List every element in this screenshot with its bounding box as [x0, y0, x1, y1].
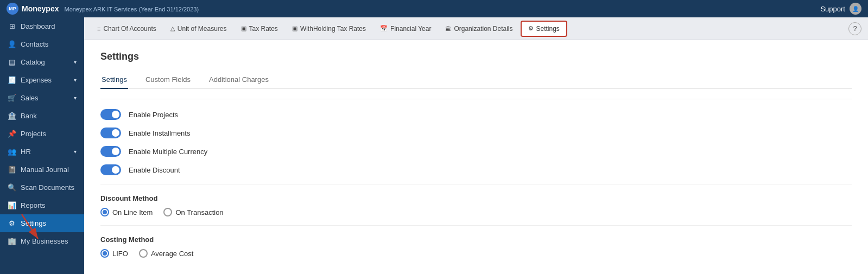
tab-label: Settings — [536, 25, 560, 33]
toggle-row-enable-discount: Enable Discount — [100, 164, 852, 175]
sidebar-item-label: Sales — [21, 94, 39, 102]
discount-method-label: Discount Method — [100, 194, 852, 202]
tab-label: WithHolding Tax Rates — [300, 25, 366, 33]
app-name: Moneypex — [22, 4, 59, 13]
radio-label-average-cost: Average Cost — [151, 250, 194, 258]
toggle-row-enable-projects: Enable Projects — [100, 109, 852, 120]
enable-discount-label: Enable Discount — [129, 166, 180, 174]
my-businesses-icon: 🏢 — [8, 237, 16, 245]
contacts-icon: 👤 — [8, 40, 16, 48]
sidebar-item-projects[interactable]: 📌 Projects — [0, 125, 84, 143]
app-container: MP Moneypex Moneypex ARK IT Services (Ye… — [0, 0, 868, 274]
radio-circle-lifo — [100, 249, 109, 258]
section-divider-2 — [100, 184, 852, 184]
tab-label: Organization Details — [454, 25, 512, 33]
enable-projects-label: Enable Projects — [129, 111, 178, 119]
sidebar-item-reports[interactable]: 📊 Reports — [0, 196, 84, 214]
unit-icon: △ — [170, 25, 175, 32]
sidebar-item-label: Contacts — [21, 40, 48, 48]
tab-settings[interactable]: ⚙ Settings — [521, 21, 567, 37]
withholding-icon: ▣ — [292, 25, 297, 32]
sidebar: ⊞ Dashboard 👤 Contacts ▤ Catalog ▾ 🧾 Exp… — [0, 17, 84, 274]
scan-documents-icon: 🔍 — [8, 183, 16, 192]
settings-icon: ⚙ — [8, 219, 16, 227]
sidebar-item-label: Projects — [21, 130, 46, 138]
costing-method-radio-group: LIFO Average Cost — [100, 249, 852, 258]
radio-on-line-item[interactable]: On Line Item — [100, 208, 153, 216]
support-label: Support — [820, 5, 845, 13]
help-icon: ? — [853, 24, 857, 33]
logo-icon: MP — [7, 3, 18, 15]
sidebar-item-manual-journal[interactable]: 📓 Manual Journal — [0, 161, 84, 179]
toggle-row-enable-installments: Enable Installments — [100, 128, 852, 138]
sidebar-item-expenses[interactable]: 🧾 Expenses ▾ — [0, 71, 84, 89]
sidebar-item-dashboard[interactable]: ⊞ Dashboard — [0, 17, 84, 35]
costing-method-section: Costing Method LIFO Average Cost — [100, 235, 852, 258]
sub-tabs: Settings Custom Fields Additional Charge… — [100, 71, 852, 89]
radio-label-on-transaction: On Transaction — [175, 208, 223, 216]
tab-financial-year[interactable]: 📅 Financial Year — [373, 22, 438, 36]
main-layout: ⊞ Dashboard 👤 Contacts ▤ Catalog ▾ 🧾 Exp… — [0, 17, 868, 274]
sidebar-item-label: Reports — [21, 201, 46, 209]
radio-label-lifo: LIFO — [112, 250, 128, 258]
radio-lifo[interactable]: LIFO — [100, 249, 128, 258]
sidebar-item-label: HR — [21, 148, 31, 156]
user-avatar[interactable]: 👤 — [850, 3, 861, 15]
sidebar-item-my-businesses[interactable]: 🏢 My Businesses — [0, 232, 84, 250]
reports-icon: 📊 — [8, 201, 16, 209]
sidebar-item-label: Catalog — [21, 58, 45, 66]
support-area[interactable]: Support 👤 — [820, 3, 861, 15]
sidebar-item-contacts[interactable]: 👤 Contacts — [0, 35, 84, 53]
dashboard-icon: ⊞ — [8, 22, 16, 30]
page-title: Settings — [100, 51, 852, 62]
tab-unit-of-measures[interactable]: △ Unit of Measures — [164, 22, 233, 36]
tab-label: Tax Rates — [249, 25, 278, 33]
tab-chart-of-accounts[interactable]: ≡ Chart Of Accounts — [91, 22, 163, 36]
gear-icon: ⚙ — [528, 25, 534, 32]
tab-tax-rates[interactable]: ▣ Tax Rates — [235, 22, 284, 36]
radio-on-transaction[interactable]: On Transaction — [163, 208, 223, 216]
enable-installments-toggle[interactable] — [100, 128, 121, 138]
top-bar: MP Moneypex Moneypex ARK IT Services (Ye… — [0, 0, 868, 17]
sidebar-item-bank[interactable]: 🏦 Bank — [0, 107, 84, 125]
sub-tab-settings[interactable]: Settings — [100, 71, 128, 89]
sidebar-item-label: Expenses — [21, 76, 52, 84]
section-divider-3 — [100, 225, 852, 226]
sub-tab-additional-charges[interactable]: Additional Charges — [208, 71, 270, 89]
costing-method-label: Costing Method — [100, 235, 852, 244]
help-button[interactable]: ? — [848, 22, 861, 35]
sidebar-item-catalog[interactable]: ▤ Catalog ▾ — [0, 53, 84, 71]
toggle-row-enable-multiple-currency: Enable Multiple Currency — [100, 146, 852, 157]
sidebar-item-hr[interactable]: 👥 HR ▾ — [0, 143, 84, 161]
radio-circle-on-line-item — [100, 208, 109, 216]
sidebar-item-sales[interactable]: 🛒 Sales ▾ — [0, 89, 84, 107]
tab-label: Financial Year — [390, 25, 431, 33]
radio-average-cost[interactable]: Average Cost — [139, 249, 194, 258]
sidebar-item-scan-documents[interactable]: 🔍 Scan Documents — [0, 179, 84, 196]
tab-label: Chart Of Accounts — [103, 25, 156, 33]
expenses-icon: 🧾 — [8, 76, 16, 84]
manual-journal-icon: 📓 — [8, 165, 16, 174]
sidebar-item-label: Manual Journal — [21, 165, 69, 174]
chevron-down-icon: ▾ — [74, 149, 77, 155]
sidebar-item-settings[interactable]: ⚙ Settings — [0, 214, 84, 232]
logo[interactable]: MP Moneypex — [7, 3, 59, 15]
tab-organization-details[interactable]: 🏛 Organization Details — [439, 22, 519, 36]
tab-withholding-tax-rates[interactable]: ▣ WithHolding Tax Rates — [286, 22, 372, 36]
chevron-down-icon: ▾ — [74, 77, 77, 83]
org-icon: 🏛 — [445, 26, 451, 32]
bank-icon: 🏦 — [8, 112, 16, 120]
top-bar-left: MP Moneypex Moneypex ARK IT Services (Ye… — [7, 3, 199, 15]
enable-installments-label: Enable Installments — [129, 129, 190, 137]
radio-label-on-line-item: On Line Item — [112, 208, 153, 216]
enable-discount-toggle[interactable] — [100, 164, 121, 175]
page-content: Settings Settings Custom Fields Addition… — [84, 40, 868, 274]
enable-projects-toggle[interactable] — [100, 109, 121, 120]
discount-method-section: Discount Method On Line Item On Transact… — [100, 194, 852, 216]
chevron-down-icon: ▾ — [74, 59, 77, 65]
chevron-down-icon: ▾ — [74, 95, 77, 101]
sub-tab-custom-fields[interactable]: Custom Fields — [144, 71, 192, 89]
tax-icon: ▣ — [241, 25, 246, 32]
hr-icon: 👥 — [8, 148, 16, 156]
enable-multiple-currency-toggle[interactable] — [100, 146, 121, 157]
